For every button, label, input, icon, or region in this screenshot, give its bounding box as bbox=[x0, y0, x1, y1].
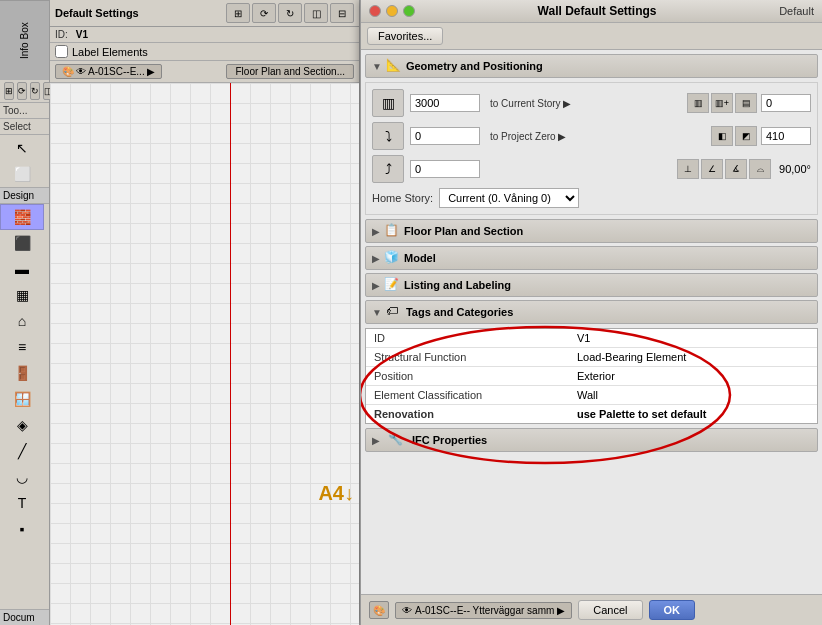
tags-table-container: ID V1 Structural Function Load-Bearing E… bbox=[365, 328, 818, 424]
tag-val-structural: Load-Bearing Element bbox=[569, 348, 817, 367]
home-story-row: Home Story: Current (0. Våning 0) bbox=[372, 188, 811, 208]
home-story-select[interactable]: Current (0. Våning 0) bbox=[439, 188, 579, 208]
tags-arrow-icon: ▼ bbox=[372, 307, 382, 318]
dialog-titlebar: Wall Default Settings Default bbox=[361, 0, 822, 23]
layer-button[interactable]: 🎨 👁 A-01SC--E... ▶ bbox=[55, 64, 162, 79]
ifc-section-header[interactable]: ▶ 🔧 IFC Properties bbox=[365, 428, 818, 452]
left-toolbox: Info Box ⊞ ⟳ ↻ ◫ Too... Select ↖ ⬜ Desig… bbox=[0, 0, 50, 625]
object-tool[interactable]: ◈ bbox=[0, 412, 44, 438]
selection-tool[interactable]: ⬜ bbox=[0, 161, 44, 187]
floor-plan-icon: 📋 bbox=[384, 223, 400, 239]
align-icons-group: ◧ ◩ bbox=[711, 126, 757, 146]
thickness-icon-1[interactable]: ▥ bbox=[687, 93, 709, 113]
tag-val-position: Exterior bbox=[569, 367, 817, 386]
angle-value: 90,00° bbox=[779, 163, 811, 175]
layer-eye-icon: 👁 bbox=[76, 66, 86, 77]
angle-icons-group: ⊥ ∠ ∡ ⌓ bbox=[677, 159, 771, 179]
floor-plan-arrow-icon: ▶ bbox=[372, 226, 380, 237]
toolbar-icon-3[interactable]: ↻ bbox=[30, 82, 40, 100]
ds-icon-3[interactable]: ↻ bbox=[278, 3, 302, 23]
ds-icon-1[interactable]: ⊞ bbox=[226, 3, 250, 23]
tags-title: Tags and Categories bbox=[406, 306, 513, 318]
height2-input[interactable] bbox=[761, 127, 811, 145]
layer-name: A-01SC--E... bbox=[88, 66, 145, 77]
table-row-renovation: Renovation use Palette to set default bbox=[366, 405, 817, 424]
height-input[interactable] bbox=[410, 94, 480, 112]
line-tool[interactable]: ╱ bbox=[0, 438, 44, 464]
footer-layer-name: A-01SC--E-- Ytterväggar samm bbox=[415, 605, 554, 616]
align-icon-1[interactable]: ◧ bbox=[711, 126, 733, 146]
maximize-button[interactable] bbox=[403, 5, 415, 17]
ds-icon-5[interactable]: ⊟ bbox=[330, 3, 354, 23]
close-button[interactable] bbox=[369, 5, 381, 17]
thickness-icon-3[interactable]: ▤ bbox=[735, 93, 757, 113]
window-tool[interactable]: 🪟 bbox=[0, 386, 44, 412]
floor-plan-section-header[interactable]: ▶ 📋 Floor Plan and Section bbox=[365, 219, 818, 243]
red-vertical-line bbox=[230, 83, 231, 625]
toolbar-icon-2[interactable]: ⟳ bbox=[17, 82, 27, 100]
tag-key-structural: Structural Function bbox=[366, 348, 569, 367]
column-tool[interactable]: ⬛ bbox=[0, 230, 44, 256]
label-elements-checkbox[interactable] bbox=[55, 45, 68, 58]
checkbox-row: Label Elements bbox=[50, 43, 359, 61]
tag-key-position: Position bbox=[366, 367, 569, 386]
geometry-section-header[interactable]: ▼ 📐 Geometry and Positioning bbox=[365, 54, 818, 78]
thickness-input[interactable] bbox=[761, 94, 811, 112]
arc-tool[interactable]: ◡ bbox=[0, 464, 44, 490]
model-arrow-icon: ▶ bbox=[372, 253, 380, 264]
minimize-button[interactable] bbox=[386, 5, 398, 17]
cancel-button[interactable]: Cancel bbox=[578, 600, 642, 620]
text-tool[interactable]: T bbox=[0, 490, 44, 516]
floor-plan-section-button[interactable]: Floor Plan and Section... bbox=[226, 64, 354, 79]
offset1-input[interactable] bbox=[410, 127, 480, 145]
toolbar-icon-1[interactable]: ⊞ bbox=[4, 82, 14, 100]
ifc-arrow-icon: ▶ bbox=[372, 435, 380, 446]
default-settings-bar: Default Settings ⊞ ⟳ ↻ ◫ ⊟ bbox=[50, 0, 359, 27]
id-row: ID: V1 bbox=[50, 27, 359, 43]
beam-tool[interactable]: ▬ bbox=[0, 256, 44, 282]
stair-tool[interactable]: ≡ bbox=[0, 334, 44, 360]
offset2-input[interactable] bbox=[410, 160, 480, 178]
wall-settings-dialog: Wall Default Settings Default Favorites.… bbox=[360, 0, 822, 625]
tag-val-classification: Wall bbox=[569, 386, 817, 405]
door-tool[interactable]: 🚪 bbox=[0, 360, 44, 386]
model-section-header[interactable]: ▶ 🧊 Model bbox=[365, 246, 818, 270]
thickness-icon-2[interactable]: ▥+ bbox=[711, 93, 733, 113]
footer-eye-icon: 👁 bbox=[402, 605, 412, 616]
offset1-icon: ⤵ bbox=[372, 122, 404, 150]
ds-icon-2[interactable]: ⟳ bbox=[252, 3, 276, 23]
geo-row-offset1: ⤵ to Project Zero ▶ ◧ ◩ bbox=[372, 122, 811, 150]
dialog-content: ▼ 📐 Geometry and Positioning ▥ to Curren… bbox=[361, 50, 822, 594]
align-icon-2[interactable]: ◩ bbox=[735, 126, 757, 146]
table-row: ID V1 bbox=[366, 329, 817, 348]
info-box-label: Info Box bbox=[0, 0, 49, 80]
tool-section-label: Too... bbox=[0, 103, 49, 119]
id-label: ID: bbox=[55, 29, 68, 40]
angle-icon-1[interactable]: ⊥ bbox=[677, 159, 699, 179]
wall-tool[interactable]: 🧱 bbox=[0, 204, 44, 230]
footer-layer-button[interactable]: 👁 A-01SC--E-- Ytterväggar samm ▶ bbox=[395, 602, 572, 619]
angle-icon-3[interactable]: ∡ bbox=[725, 159, 747, 179]
ifc-title: IFC Properties bbox=[412, 434, 487, 446]
docum-label: Docum bbox=[0, 609, 49, 625]
listing-section-header[interactable]: ▶ 📝 Listing and Labeling bbox=[365, 273, 818, 297]
arrow-tool[interactable]: ↖ bbox=[0, 135, 44, 161]
model-icon: 🧊 bbox=[384, 250, 400, 266]
angle-icon-4[interactable]: ⌓ bbox=[749, 159, 771, 179]
footer-pen-icon: 🎨 bbox=[369, 601, 389, 619]
tag-key-renovation: Renovation bbox=[366, 405, 569, 424]
favorites-button[interactable]: Favorites... bbox=[367, 27, 443, 45]
ds-icon-4[interactable]: ◫ bbox=[304, 3, 328, 23]
angle-icon-2[interactable]: ∠ bbox=[701, 159, 723, 179]
fill-tool[interactable]: ▪ bbox=[0, 516, 44, 542]
tags-section-header[interactable]: ▼ 🏷 Tags and Categories bbox=[365, 300, 818, 324]
wall-height-icon: ▥ bbox=[372, 89, 404, 117]
home-story-label: Home Story: bbox=[372, 192, 433, 204]
design-label: Design bbox=[0, 187, 49, 204]
slab-tool[interactable]: ▦ bbox=[0, 282, 44, 308]
ok-button[interactable]: OK bbox=[649, 600, 696, 620]
to-project-zero-label: to Project Zero ▶ bbox=[490, 131, 566, 142]
roof-tool[interactable]: ⌂ bbox=[0, 308, 44, 334]
canvas-area[interactable]: A4↓ bbox=[50, 83, 359, 625]
tags-icon: 🏷 bbox=[386, 304, 402, 320]
